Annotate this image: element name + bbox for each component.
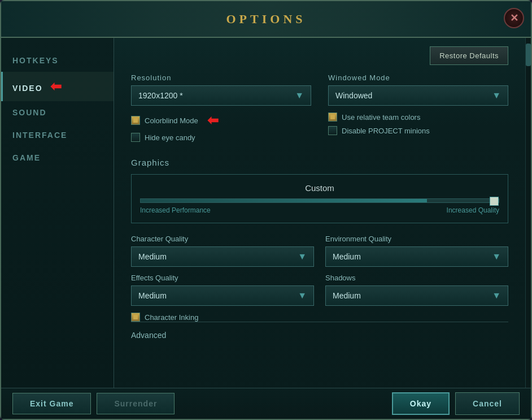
sidebar-item-game[interactable]: GAME [1,146,114,169]
exit-game-button[interactable]: Exit Game [12,393,91,414]
quality-dropdowns-bottom: Effects Quality Medium ▼ Shadows Medium … [131,274,508,306]
quality-slider-fill [141,199,427,202]
resolution-dropdown[interactable]: 1920x1200 * ▼ [131,85,311,106]
sidebar-item-interface[interactable]: INTERFACE [1,124,114,146]
character-quality-value: Medium [138,252,167,261]
quality-slider-track[interactable] [140,198,499,203]
hide-eye-candy-label: Hide eye candy [145,133,195,142]
sidebar-item-hotkeys[interactable]: HOTKEYS [1,49,114,72]
character-inking-checkbox[interactable] [131,313,140,322]
effects-quality-dropdown[interactable]: Medium ▼ [131,285,314,306]
character-quality-dropdown[interactable]: Medium ▼ [131,246,314,267]
sidebar-item-video[interactable]: VIDEO ⬅ [1,72,114,101]
environment-quality-value: Medium [333,252,361,261]
disable-project-row: Disable PROJECT minions [328,126,508,135]
windowed-dropdown-arrow: ▼ [492,90,501,101]
advanced-label: Advanced [131,331,166,340]
options-window: OPTIONS ✕ HOTKEYS VIDEO ⬅ SOUND INTERFAC… [0,0,532,420]
hide-eye-candy-checkbox[interactable] [131,133,140,142]
relative-team-colors-checkbox[interactable] [328,112,337,122]
okay-button[interactable]: Okay [392,392,450,415]
sidebar-item-sound[interactable]: SOUND [1,101,114,124]
resolution-value: 1920x1200 * [138,91,183,100]
quality-slider-container [140,198,499,203]
environment-quality-dropdown[interactable]: Medium ▼ [325,246,508,267]
sidebar: HOTKEYS VIDEO ⬅ SOUND INTERFACE GAME [1,38,114,388]
restore-defaults-button[interactable]: Restore Defaults [430,46,508,65]
footer-right: Okay Cancel [392,392,520,415]
scrollbar-track[interactable] [525,38,531,388]
effects-quality-value: Medium [138,291,167,300]
window-title: OPTIONS [226,12,306,27]
windowed-dropdown[interactable]: Windowed ▼ [328,85,508,106]
shadows-value: Medium [333,291,361,300]
increased-performance-label: Increased Performance [140,206,211,214]
environment-quality-arrow: ▼ [492,252,501,262]
shadows-dropdown[interactable]: Medium ▼ [325,285,508,306]
effects-quality-label: Effects Quality [131,274,314,282]
colorblind-row: Colorblind Mode ⬅ [131,112,311,128]
colorblind-label: Colorblind Mode [145,116,198,125]
relative-team-colors-label: Use relative team colors [342,113,420,122]
right-checkboxes: Use relative team colors Disable PROJECT… [328,112,508,146]
graphics-title: Graphics [131,158,508,167]
disable-project-checkbox[interactable] [328,126,337,135]
resolution-label: Resolution [131,73,311,82]
effects-quality-col: Effects Quality Medium ▼ [131,274,314,306]
shadows-label: Shadows [325,274,508,282]
left-checkboxes: Colorblind Mode ⬅ Hide eye candy [131,112,311,146]
colorblind-checkbox[interactable] [131,116,140,125]
title-bar: OPTIONS ✕ [1,1,531,38]
quality-dropdowns-top: Character Quality Medium ▼ Environment Q… [131,235,508,267]
character-quality-label: Character Quality [131,235,314,243]
graphics-section: Graphics Custom Increased Performance In… [131,158,508,223]
advanced-section: Advanced [131,322,508,340]
scrollbar-thumb[interactable] [526,44,531,66]
footer-left: Exit Game Surrender [12,393,175,414]
close-button[interactable]: ✕ [504,8,524,28]
increased-quality-label: Increased Quality [447,206,499,214]
character-inking-row: Character Inking [131,313,508,322]
relative-team-colors-row: Use relative team colors [328,112,508,122]
windowed-value: Windowed [335,91,372,100]
shadows-col: Shadows Medium ▼ [325,274,508,306]
shadows-arrow: ▼ [492,291,501,301]
environment-quality-label: Environment Quality [325,235,508,243]
effects-quality-arrow: ▼ [298,291,307,301]
content-area: HOTKEYS VIDEO ⬅ SOUND INTERFACE GAME Res… [1,38,531,388]
windowed-label: Windowed Mode [328,73,508,82]
video-arrow-annotation: ⬅ [50,79,63,94]
toolbar-row: Restore Defaults [131,46,508,65]
slider-labels: Increased Performance Increased Quality [140,206,499,214]
cancel-button[interactable]: Cancel [455,392,520,415]
resolution-dropdown-arrow: ▼ [295,90,304,101]
character-quality-col: Character Quality Medium ▼ [131,235,314,267]
character-inking-label: Character Inking [145,313,198,322]
preset-label: Custom [140,183,499,193]
graphics-panel: Custom Increased Performance Increased Q… [131,174,508,223]
resolution-row: Resolution 1920x1200 * ▼ Windowed Mode W… [131,73,508,106]
disable-project-label: Disable PROJECT minions [342,127,430,135]
environment-quality-col: Environment Quality Medium ▼ [325,235,508,267]
hide-eye-candy-row: Hide eye candy [131,133,311,142]
windowed-col: Windowed Mode Windowed ▼ [328,73,508,106]
character-quality-arrow: ▼ [298,252,307,262]
quality-slider-thumb[interactable] [490,197,499,206]
footer: Exit Game Surrender Okay Cancel [1,388,531,419]
surrender-button[interactable]: Surrender [97,393,175,414]
checkboxes-area: Colorblind Mode ⬅ Hide eye candy Use rel… [131,112,508,146]
colorblind-arrow-annotation: ⬅ [207,112,219,128]
resolution-col: Resolution 1920x1200 * ▼ [131,73,311,106]
main-content: Restore Defaults Resolution 1920x1200 * … [114,38,525,388]
